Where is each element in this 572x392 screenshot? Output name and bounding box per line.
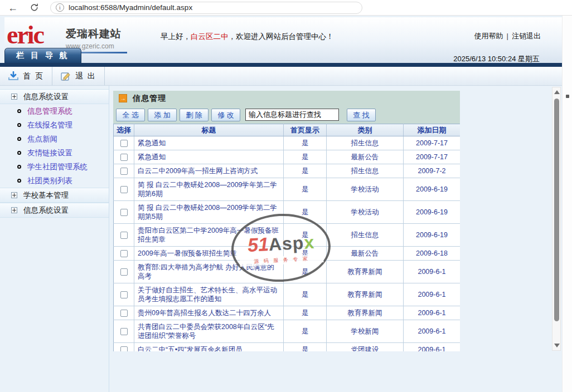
- row-checkbox[interactable]: [120, 250, 128, 257]
- home-display-cell: 是: [284, 178, 327, 201]
- date-cell: 2009-6-19: [404, 201, 460, 224]
- row-checkbox[interactable]: [120, 346, 128, 351]
- select-all-button[interactable]: 全 选: [116, 109, 145, 121]
- date-cell: 2009-6-18: [404, 247, 460, 261]
- help-link[interactable]: 使用帮助: [474, 32, 503, 40]
- select-cell: [114, 247, 134, 261]
- select-cell: [114, 283, 134, 306]
- page-header: eric 爱瑞科建站 www.gzeric.com 早上好，白云区二中，欢迎进入…: [4, 17, 562, 63]
- home-display-cell: 是: [284, 261, 327, 283]
- sidebar-item[interactable]: 信息管理系统: [0, 104, 109, 118]
- category-cell: 最新公告: [327, 150, 404, 164]
- home-display-cell: 是: [284, 201, 327, 224]
- site-info-icon[interactable]: i: [56, 3, 64, 12]
- tab-column-navigation[interactable]: 栏 目 导 航: [4, 48, 81, 63]
- sidebar-group-2[interactable]: 信息系统设置: [0, 203, 109, 218]
- select-cell: [114, 224, 134, 247]
- table-row: 贵州09年普高招生报名人数达二十四万余人是教育界新闻2009-6-1: [114, 306, 460, 320]
- row-checkbox[interactable]: [120, 140, 128, 147]
- sidebar-group-label: 学校基本管理: [23, 190, 69, 200]
- home-display-cell: 是: [284, 164, 327, 178]
- sidebar-item[interactable]: 在线报名管理: [0, 118, 109, 132]
- date-cell: 2009-6-1: [404, 283, 460, 306]
- admin-page: eric 爱瑞科建站 www.gzeric.com 早上好，白云区二中，欢迎进入…: [0, 16, 562, 392]
- panel-arrow-icon: →: [119, 94, 127, 102]
- home-display-cell: 是: [284, 343, 327, 352]
- title-cell: 紧急通知: [134, 150, 284, 164]
- row-checkbox[interactable]: [120, 291, 128, 298]
- refresh-icon[interactable]: [26, 3, 42, 12]
- home-display-cell: 是: [284, 306, 327, 320]
- table-row: 白云二中2009年高一招生网上咨询方式是招生信息2009-7-2: [114, 164, 460, 178]
- sidebar-item[interactable]: 友情链接设置: [0, 146, 109, 160]
- address-bar[interactable]: i localhost:6588/Myadmin/default.aspx: [50, 2, 362, 14]
- search-button[interactable]: 查 找: [347, 109, 376, 121]
- add-button[interactable]: 添 加: [148, 109, 177, 121]
- date-cell: 2009-6-19: [404, 224, 460, 247]
- content-scrollbar[interactable]: [552, 87, 561, 351]
- date-cell: 2009-7-17: [404, 150, 460, 164]
- title-cell: 简 报 白云二中教研处2008—2009学年第二学期第6期: [134, 178, 284, 201]
- screenshot-root: ← i localhost:6588/Myadmin/default.aspx …: [0, 0, 572, 392]
- date-cell: 2009-6-1: [404, 343, 460, 352]
- back-icon[interactable]: ←: [4, 1, 21, 15]
- panel-title: 信息管理: [133, 94, 166, 104]
- row-checkbox[interactable]: [120, 209, 128, 216]
- exit-label: 退 出: [75, 71, 96, 81]
- scroll-up-icon[interactable]: [554, 90, 560, 94]
- row-checkbox[interactable]: [120, 268, 128, 276]
- row-checkbox[interactable]: [120, 232, 128, 239]
- select-cell: [114, 343, 134, 352]
- sidebar-item-label: 焦点新闻: [27, 134, 57, 144]
- scrollbar-thumb[interactable]: [554, 99, 559, 321]
- row-checkbox[interactable]: [120, 168, 128, 175]
- select-cell: [114, 320, 134, 343]
- scroll-down-icon[interactable]: [554, 344, 560, 347]
- category-cell: 招生信息: [327, 224, 404, 247]
- expand-icon[interactable]: [11, 192, 17, 198]
- delete-button[interactable]: 删 除: [180, 109, 209, 121]
- search-input[interactable]: [245, 109, 339, 121]
- sidebar-group-1[interactable]: 学校基本管理: [0, 188, 109, 203]
- bullet-icon: [17, 165, 21, 169]
- browser-scrollbar-thumb[interactable]: [566, 95, 569, 98]
- home-button[interactable]: 首 页: [0, 67, 52, 85]
- column-header-3: 类别: [327, 124, 404, 136]
- panel-header: → 信息管理 全 选 添 加 删 除 修 改 查 找: [113, 91, 460, 124]
- column-header-1: 标题: [134, 124, 284, 136]
- column-header-2: 首页显示: [284, 124, 327, 136]
- row-checkbox[interactable]: [120, 328, 128, 335]
- row-checkbox[interactable]: [120, 310, 128, 317]
- expand-icon[interactable]: [11, 207, 17, 213]
- bullet-icon: [17, 109, 21, 113]
- info-management-panel: → 信息管理 全 选 添 加 删 除 修 改 查 找 选择标题首页显示类别添加日…: [113, 91, 460, 351]
- bullet-icon: [17, 151, 21, 155]
- sidebar-item[interactable]: 焦点新闻: [0, 132, 109, 146]
- expand-icon[interactable]: [11, 94, 17, 100]
- title-cell: 紧急通知: [134, 136, 284, 150]
- row-checkbox[interactable]: [120, 154, 128, 161]
- exit-icon: [60, 71, 71, 81]
- sidebar-group-0[interactable]: 信息系统设置: [0, 89, 109, 104]
- sidebar-item-label: 信息管理系统: [27, 106, 72, 116]
- sidebar-item[interactable]: 学生社团管理系统: [0, 160, 109, 174]
- date-cell: 2009-7-2: [404, 164, 460, 178]
- modify-button[interactable]: 修 改: [211, 109, 240, 121]
- sidebar-item[interactable]: 社团类别列表: [0, 174, 109, 188]
- logo-wordmark: eric: [7, 21, 43, 49]
- row-checkbox[interactable]: [120, 186, 128, 193]
- table-row: 2009年高一暑假预备班招生简章是最新公告2009-6-18: [114, 247, 460, 261]
- sidebar-item-label: 学生社团管理系统: [27, 162, 88, 172]
- header-links: 使用帮助|注销退出: [474, 31, 541, 41]
- home-display-cell: 是: [284, 150, 327, 164]
- date-cell: 2009-6-1: [404, 261, 460, 283]
- sidebar-group-label: 信息系统设置: [23, 205, 69, 215]
- exit-button[interactable]: 退 出: [52, 67, 104, 85]
- browser-scrollbar[interactable]: [562, 16, 572, 392]
- table-row: 教育部:四大举措为高考护航 办好人民满意的高考是教育界新闻2009-6-1: [114, 261, 460, 283]
- browser-toolbar: ← i localhost:6588/Myadmin/default.aspx: [0, 0, 572, 16]
- logout-link[interactable]: 注销退出: [512, 32, 541, 40]
- sidebar-tree: 信息系统设置信息管理系统在线报名管理焦点新闻友情链接设置学生社团管理系统社团类别…: [0, 86, 109, 392]
- home-display-cell: 是: [284, 224, 327, 247]
- category-cell: 学校新闻: [327, 320, 404, 343]
